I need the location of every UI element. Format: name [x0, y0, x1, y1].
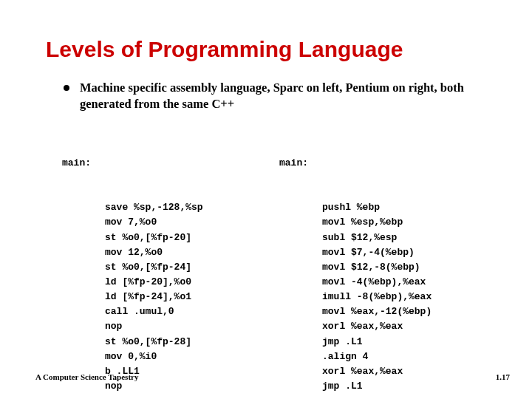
footer-right: 1.17 — [496, 372, 510, 381]
code-col-pentium: main: pushl %ebp movl %esp,%ebp subl $12… — [279, 126, 497, 399]
code-label-left: main: — [62, 156, 279, 171]
bullet-item: Machine specific assembly language, Spar… — [64, 80, 482, 113]
slide-title: Levels of Programming Language — [46, 37, 497, 62]
bullet-icon — [64, 85, 69, 91]
code-label-right: main: — [279, 156, 497, 171]
bullet-text: Machine specific assembly language, Spar… — [80, 80, 482, 113]
slide: Levels of Programming Language Machine s… — [0, 0, 532, 399]
code-col-sparc: main: save %sp,-128,%sp mov 7,%o0 st %o0… — [62, 126, 279, 399]
code-columns: main: save %sp,-128,%sp mov 7,%o0 st %o0… — [62, 126, 497, 399]
code-body-left: save %sp,-128,%sp mov 7,%o0 st %o0,[%fp-… — [62, 200, 279, 394]
footer-left: A Computer Science Tapestry — [35, 372, 138, 381]
code-body-right: pushl %ebp movl %esp,%ebp subl $12,%esp … — [279, 200, 497, 394]
